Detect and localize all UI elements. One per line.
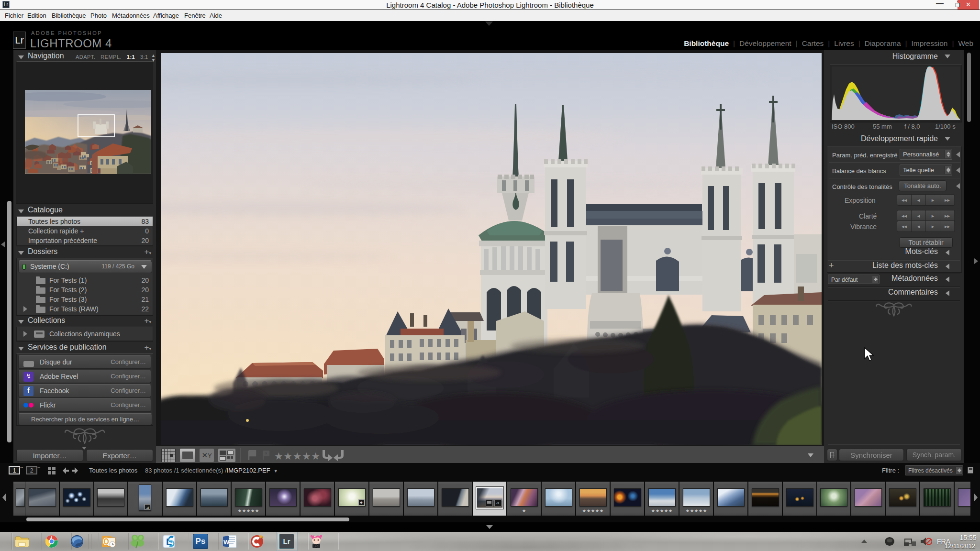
svg-text:x: x <box>265 451 267 455</box>
svg-text:W: W <box>223 539 230 546</box>
